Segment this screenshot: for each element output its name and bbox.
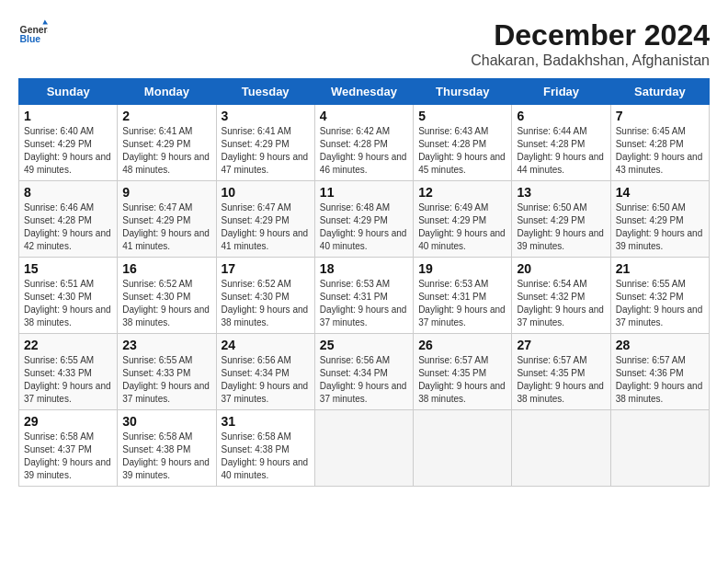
day-number: 19	[418, 261, 506, 276]
day-number: 20	[517, 261, 605, 276]
day-info: Sunrise: 6:56 AMSunset: 4:34 PMDaylight:…	[222, 355, 309, 404]
day-number: 8	[24, 185, 112, 200]
day-info: Sunrise: 6:55 AMSunset: 4:33 PMDaylight:…	[122, 355, 210, 404]
calendar-cell: 6 Sunrise: 6:44 AMSunset: 4:28 PMDayligh…	[512, 105, 610, 181]
calendar-cell: 20 Sunrise: 6:54 AMSunset: 4:32 PMDaylig…	[512, 258, 610, 334]
calendar-cell	[610, 410, 709, 487]
day-number: 12	[418, 185, 506, 200]
svg-text:General: General	[20, 25, 48, 35]
day-info: Sunrise: 6:56 AMSunset: 4:34 PMDaylight:…	[320, 355, 407, 404]
calendar-cell: 11 Sunrise: 6:48 AMSunset: 4:29 PMDaylig…	[314, 181, 413, 258]
day-number: 23	[122, 338, 210, 352]
calendar-cell: 3 Sunrise: 6:41 AMSunset: 4:29 PMDayligh…	[216, 105, 314, 181]
calendar-cell: 19 Sunrise: 6:53 AMSunset: 4:31 PMDaylig…	[414, 258, 512, 334]
calendar-week-5: 29 Sunrise: 6:58 AMSunset: 4:37 PMDaylig…	[19, 410, 710, 487]
day-header-monday: Monday	[118, 79, 216, 105]
calendar-header: SundayMondayTuesdayWednesdayThursdayFrid…	[19, 79, 710, 105]
day-number: 11	[320, 185, 408, 200]
calendar-cell: 12 Sunrise: 6:49 AMSunset: 4:29 PMDaylig…	[414, 181, 512, 258]
day-number: 13	[517, 185, 605, 200]
calendar-cell: 29 Sunrise: 6:58 AMSunset: 4:37 PMDaylig…	[19, 410, 118, 487]
day-info: Sunrise: 6:57 AMSunset: 4:35 PMDaylight:…	[517, 355, 604, 404]
calendar-week-4: 22 Sunrise: 6:55 AMSunset: 4:33 PMDaylig…	[19, 334, 710, 410]
day-info: Sunrise: 6:57 AMSunset: 4:35 PMDaylight:…	[418, 355, 506, 404]
day-info: Sunrise: 6:45 AMSunset: 4:28 PMDaylight:…	[616, 126, 703, 175]
calendar-cell: 5 Sunrise: 6:43 AMSunset: 4:28 PMDayligh…	[414, 105, 512, 181]
calendar-cell: 27 Sunrise: 6:57 AMSunset: 4:35 PMDaylig…	[512, 334, 610, 410]
calendar-cell: 21 Sunrise: 6:55 AMSunset: 4:32 PMDaylig…	[610, 258, 709, 334]
day-info: Sunrise: 6:43 AMSunset: 4:28 PMDaylight:…	[418, 126, 506, 175]
title-block: December 2024 Chakaran, Badakhshan, Afgh…	[471, 18, 710, 69]
day-number: 3	[222, 109, 310, 123]
day-number: 26	[418, 338, 506, 352]
day-header-wednesday: Wednesday	[314, 79, 413, 105]
day-info: Sunrise: 6:57 AMSunset: 4:36 PMDaylight:…	[616, 355, 703, 404]
month-title: December 2024	[471, 18, 710, 52]
calendar-cell: 14 Sunrise: 6:50 AMSunset: 4:29 PMDaylig…	[610, 181, 709, 258]
day-info: Sunrise: 6:55 AMSunset: 4:32 PMDaylight:…	[616, 279, 703, 327]
calendar-cell: 22 Sunrise: 6:55 AMSunset: 4:33 PMDaylig…	[19, 334, 118, 410]
day-info: Sunrise: 6:47 AMSunset: 4:29 PMDaylight:…	[222, 202, 309, 251]
day-info: Sunrise: 6:58 AMSunset: 4:38 PMDaylight:…	[122, 431, 210, 480]
day-number: 7	[616, 109, 704, 123]
day-number: 24	[222, 338, 310, 352]
day-number: 16	[122, 261, 210, 276]
day-info: Sunrise: 6:42 AMSunset: 4:28 PMDaylight:…	[320, 126, 407, 175]
day-info: Sunrise: 6:40 AMSunset: 4:29 PMDaylight:…	[24, 126, 111, 175]
day-info: Sunrise: 6:49 AMSunset: 4:29 PMDaylight:…	[418, 202, 506, 251]
day-info: Sunrise: 6:46 AMSunset: 4:28 PMDaylight:…	[24, 202, 111, 251]
calendar-cell: 28 Sunrise: 6:57 AMSunset: 4:36 PMDaylig…	[610, 334, 709, 410]
day-info: Sunrise: 6:58 AMSunset: 4:37 PMDaylight:…	[24, 431, 111, 480]
day-number: 9	[122, 185, 210, 200]
day-number: 6	[517, 109, 605, 123]
calendar-cell: 30 Sunrise: 6:58 AMSunset: 4:38 PMDaylig…	[118, 410, 216, 487]
calendar-cell: 4 Sunrise: 6:42 AMSunset: 4:28 PMDayligh…	[314, 105, 413, 181]
day-info: Sunrise: 6:41 AMSunset: 4:29 PMDaylight:…	[122, 126, 210, 175]
calendar-cell: 9 Sunrise: 6:47 AMSunset: 4:29 PMDayligh…	[118, 181, 216, 258]
day-info: Sunrise: 6:41 AMSunset: 4:29 PMDaylight:…	[222, 126, 309, 175]
day-number: 29	[24, 414, 112, 429]
day-info: Sunrise: 6:54 AMSunset: 4:32 PMDaylight:…	[517, 279, 604, 327]
day-number: 27	[517, 338, 605, 352]
calendar-week-3: 15 Sunrise: 6:51 AMSunset: 4:30 PMDaylig…	[19, 258, 710, 334]
day-number: 2	[122, 109, 210, 123]
day-number: 15	[24, 261, 112, 276]
svg-text:Blue: Blue	[20, 34, 41, 44]
day-number: 10	[222, 185, 310, 200]
calendar-cell	[512, 410, 610, 487]
calendar-cell	[414, 410, 512, 487]
calendar-cell: 24 Sunrise: 6:56 AMSunset: 4:34 PMDaylig…	[216, 334, 314, 410]
day-number: 14	[616, 185, 704, 200]
day-header-sunday: Sunday	[19, 79, 118, 105]
day-number: 5	[418, 109, 506, 123]
day-info: Sunrise: 6:58 AMSunset: 4:38 PMDaylight:…	[222, 431, 309, 480]
calendar-table: SundayMondayTuesdayWednesdayThursdayFrid…	[18, 78, 710, 487]
day-header-tuesday: Tuesday	[216, 79, 314, 105]
day-number: 18	[320, 261, 408, 276]
day-number: 4	[320, 109, 408, 123]
day-number: 22	[24, 338, 112, 352]
day-number: 17	[222, 261, 310, 276]
day-info: Sunrise: 6:55 AMSunset: 4:33 PMDaylight:…	[24, 355, 111, 404]
day-number: 31	[222, 414, 310, 429]
day-info: Sunrise: 6:44 AMSunset: 4:28 PMDaylight:…	[517, 126, 604, 175]
day-number: 25	[320, 338, 408, 352]
day-info: Sunrise: 6:51 AMSunset: 4:30 PMDaylight:…	[24, 279, 111, 327]
calendar-cell: 23 Sunrise: 6:55 AMSunset: 4:33 PMDaylig…	[118, 334, 216, 410]
day-info: Sunrise: 6:47 AMSunset: 4:29 PMDaylight:…	[122, 202, 210, 251]
day-header-saturday: Saturday	[610, 79, 709, 105]
logo: General Blue	[18, 18, 51, 48]
day-number: 30	[122, 414, 210, 429]
calendar-cell: 8 Sunrise: 6:46 AMSunset: 4:28 PMDayligh…	[19, 181, 118, 258]
calendar-cell: 16 Sunrise: 6:52 AMSunset: 4:30 PMDaylig…	[118, 258, 216, 334]
calendar-cell: 31 Sunrise: 6:58 AMSunset: 4:38 PMDaylig…	[216, 410, 314, 487]
calendar-cell: 7 Sunrise: 6:45 AMSunset: 4:28 PMDayligh…	[610, 105, 709, 181]
day-info: Sunrise: 6:53 AMSunset: 4:31 PMDaylight:…	[418, 279, 506, 327]
calendar-week-2: 8 Sunrise: 6:46 AMSunset: 4:28 PMDayligh…	[19, 181, 710, 258]
calendar-week-1: 1 Sunrise: 6:40 AMSunset: 4:29 PMDayligh…	[19, 105, 710, 181]
location-title: Chakaran, Badakhshan, Afghanistan	[471, 52, 710, 69]
day-header-thursday: Thursday	[414, 79, 512, 105]
day-number: 21	[616, 261, 704, 276]
calendar-body: 1 Sunrise: 6:40 AMSunset: 4:29 PMDayligh…	[19, 105, 710, 487]
calendar-cell: 17 Sunrise: 6:52 AMSunset: 4:30 PMDaylig…	[216, 258, 314, 334]
